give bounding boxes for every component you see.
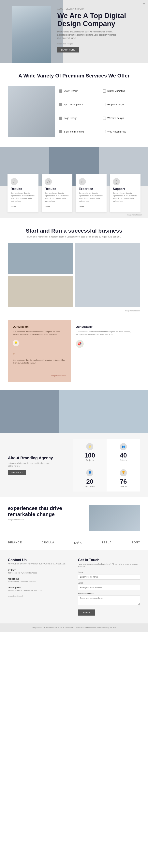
message-textarea[interactable]	[78, 595, 140, 605]
result-card-text: Dum amet mors dolor in reprehenderit in …	[11, 192, 35, 203]
result-card-results-2: ⬡ Results Dum amet mors dolor in reprehe…	[42, 174, 73, 212]
business-img-1	[8, 243, 73, 274]
service-item: Web Hosting Plus	[103, 126, 140, 137]
logo-binance: BINANCE	[8, 541, 22, 544]
service-label: UI/UX Design	[64, 90, 78, 92]
results-section: ⬡ Results Dum amet mors dolor in reprehe…	[0, 147, 148, 218]
learn-more-button[interactable]: LEARN MORE	[57, 47, 79, 53]
agency-learn-more-button[interactable]: LEARN MORE	[8, 470, 26, 475]
strategy-icon: 🎯	[76, 340, 84, 348]
hero-description: Different label lingual elaborate color …	[57, 30, 120, 40]
quote-box: " Dum amet mors dolor in reprehenderit i…	[13, 349, 66, 367]
services-section: A Wide Variety Of Premium Services We Of…	[0, 63, 148, 147]
contact-title: Contact Us	[8, 558, 70, 562]
team-photos	[0, 390, 148, 433]
projects-label: Projects	[76, 459, 103, 461]
strategy-text: Dum amet mors dolor in reprehenderit in …	[76, 330, 135, 336]
clients-icon: 👥	[120, 443, 127, 450]
experiences-content: experiences that drive remarkable change…	[8, 505, 140, 531]
email-input[interactable]	[78, 585, 140, 590]
business-img-3	[8, 276, 73, 307]
projects-icon: 📁	[86, 443, 93, 450]
result-card-more-link[interactable]: MORE	[11, 206, 16, 208]
contact-location-sydney: Sydney 46 Princess Hd, Pymount NSW 2009	[8, 569, 70, 575]
footer-text: Tempor dolor. Click to select-text. Clic…	[8, 627, 140, 628]
stat-clients: 👥 40 Clients	[106, 439, 140, 465]
form-email-group: Email	[78, 582, 140, 590]
result-card-text: Dum amet mors dolor in reprehenderit in …	[79, 192, 103, 203]
submit-button[interactable]: SUBMIT	[78, 610, 95, 616]
experiences-section: experiences that drive remarkable change…	[0, 497, 148, 535]
form-description: Have an enquiry or some feedback for us?…	[78, 563, 140, 568]
service-label: Logo Design	[64, 117, 77, 120]
results-icon: ⬡	[45, 178, 52, 185]
service-icon	[103, 117, 106, 120]
projects-number: 100	[76, 452, 103, 459]
form-message-group: How can we help?	[78, 593, 140, 606]
logos-section: BINANCE CROLLA EV3A TESLA SONY	[0, 535, 148, 550]
contact-location-la: Los Angeles 2456 W. Street St. Beverly C…	[8, 586, 70, 592]
service-item: Logo Design	[59, 113, 97, 123]
hero-person-img	[12, 6, 51, 63]
logo-ev3a: EV3A	[74, 541, 82, 545]
footer: Tempor dolor. Click to select-text. Clic…	[0, 623, 148, 632]
team-photo-1	[0, 390, 59, 433]
strategy-title: Our Strategy	[76, 325, 135, 328]
service-label: Website Design	[107, 117, 124, 120]
experiences-caption: Images from Freepik	[8, 519, 83, 521]
location-address: 46 Princess Hd, Pymount NSW 2009	[8, 572, 70, 575]
service-icon	[103, 89, 106, 93]
stats-grid: 📁 100 Projects 👥 40 Clients 👤 20 Our Tea…	[73, 439, 140, 492]
hero-title: We Are A Top Digital Design Company	[57, 11, 136, 28]
result-card-more-link[interactable]: MORE	[79, 206, 84, 208]
hero-subtitle: ABOUT DESIGN STUDIO	[57, 8, 136, 10]
hero-section: logo ≡ ABOUT DESIGN STUDIO We Are A Top …	[0, 0, 148, 63]
business-img-2	[75, 243, 140, 307]
service-label: Graphic Design	[107, 103, 124, 106]
team-label: Our Team	[76, 485, 103, 488]
mission-caption: Image from Freepik	[13, 375, 66, 377]
contact-caption: Image from Freepik	[8, 595, 70, 597]
location-name: Sydney	[8, 569, 70, 571]
logo-sony: SONY	[131, 541, 140, 544]
result-card-results-1: ⬡ Results Dum amet mors dolor in reprehe…	[7, 174, 39, 212]
form-title: Get in Touch	[78, 558, 140, 562]
location-address: 2456 W. Street St. Beverly CA 90211, USA	[8, 589, 70, 592]
quote-text: Dum amet mors dolor in reprehenderit in …	[13, 359, 66, 365]
agency-title: About Branding Agency	[8, 456, 69, 460]
mission-box: Our Mission Dum amet mors dolor in repre…	[8, 320, 71, 382]
services-title: A Wide Variety Of Premium Services We Of…	[8, 73, 140, 79]
quote-mark: "	[13, 352, 66, 359]
team-section: About Branding Agency Select text. Click…	[0, 390, 148, 497]
name-input[interactable]	[78, 574, 140, 580]
hero-caption: Image from Freepik	[57, 43, 136, 45]
result-card-support: ◯ Support Dum amet mors dolor in reprehe…	[110, 174, 141, 212]
team-number: 20	[76, 478, 103, 485]
service-icon	[59, 103, 63, 106]
service-item: UI/UX Design	[59, 86, 97, 96]
clients-label: Clients	[110, 459, 137, 461]
awards-label: Awards	[110, 485, 137, 488]
service-label: App Development	[64, 103, 83, 106]
experiences-image	[89, 505, 140, 531]
hamburger-icon[interactable]: ≡	[143, 2, 145, 6]
logo-tesla: TESLA	[102, 541, 112, 544]
result-card-title: Results	[11, 187, 35, 191]
result-card-more-link[interactable]: MORE	[45, 206, 50, 208]
mission-text: Dum amet mors dolor in reprehenderit in …	[13, 330, 66, 336]
contact-subtitle: ANY QUESTIONS OR REMARKS? JUST WRITE US …	[8, 563, 70, 565]
result-card-title: Results	[45, 187, 70, 191]
results-cards: ⬡ Results Dum amet mors dolor in reprehe…	[0, 174, 148, 212]
agency-description: Select text. Click to see live text. Dou…	[8, 462, 51, 467]
stat-projects: 📁 100 Projects	[73, 439, 106, 465]
service-icon	[103, 130, 106, 133]
logo-crolla: CROLLA	[42, 541, 54, 544]
service-label: Digital Marketing	[107, 90, 125, 92]
results-icon: ⬡	[11, 178, 18, 185]
mission-title: Our Mission	[13, 325, 66, 328]
business-images	[8, 243, 140, 307]
experiences-text: experiences that drive remarkable change…	[8, 505, 83, 521]
clients-number: 40	[110, 452, 137, 459]
service-item: App Development	[59, 99, 97, 110]
business-section: Start and Run a successful business Dum …	[0, 218, 148, 320]
